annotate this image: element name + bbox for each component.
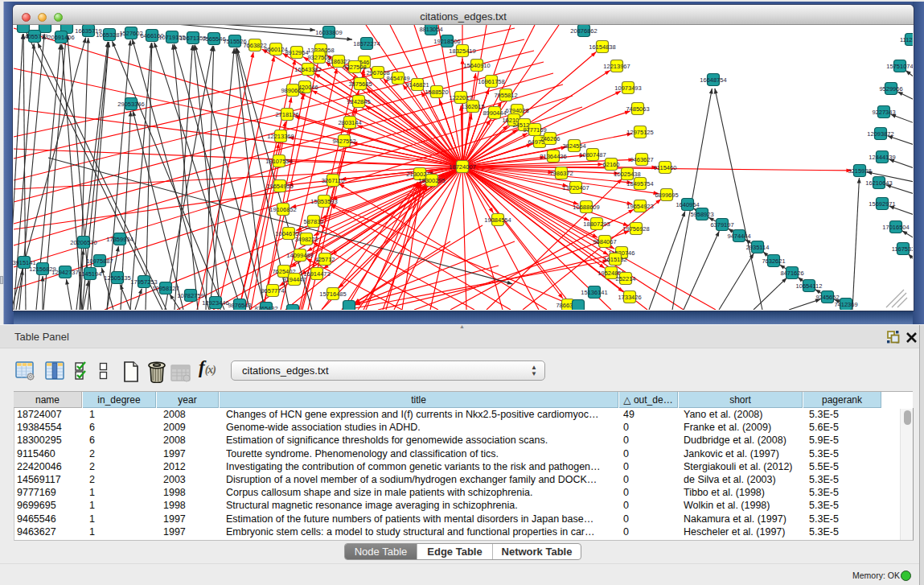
svg-text:16648754: 16648754 — [700, 76, 726, 84]
svg-text:8912954: 8912954 — [285, 49, 308, 56]
svg-text:15353593: 15353593 — [310, 198, 337, 205]
svg-text:12444139: 12444139 — [869, 154, 895, 161]
svg-text:19218506: 19218506 — [433, 38, 460, 45]
svg-text:12923446: 12923446 — [202, 299, 228, 307]
svg-text:9146821: 9146821 — [405, 81, 429, 89]
svg-text:1145194: 1145194 — [79, 270, 102, 278]
svg-text:12942737: 12942737 — [51, 269, 78, 276]
svg-text:5958923: 5958923 — [690, 211, 713, 218]
svg-text:16033809: 16033809 — [315, 29, 342, 36]
svg-text:6899695: 6899695 — [655, 192, 678, 199]
svg-text:7565546: 7565546 — [202, 35, 225, 43]
svg-text:16914473: 16914473 — [303, 270, 330, 278]
svg-text:7955812: 7955812 — [494, 92, 517, 99]
svg-text:18724007: 18724007 — [449, 163, 475, 171]
svg-text:17359934: 17359934 — [106, 236, 133, 243]
svg-text:9245652: 9245652 — [815, 294, 839, 301]
svg-text:18807293: 18807293 — [583, 220, 610, 228]
svg-text:3824554: 3824554 — [562, 142, 585, 150]
svg-text:3498222: 3498222 — [294, 236, 318, 243]
svg-text:9777169: 9777169 — [523, 126, 546, 134]
svg-text:9876543: 9876543 — [228, 302, 251, 309]
svg-text:20691406: 20691406 — [47, 34, 74, 41]
svg-text:7412369: 7412369 — [834, 301, 857, 308]
svg-text:1167533: 1167533 — [892, 245, 913, 253]
svg-text:1588520: 1588520 — [425, 89, 448, 96]
svg-text:10958127: 10958127 — [152, 285, 179, 292]
svg-text:587832: 587832 — [303, 218, 323, 225]
svg-text:12213967: 12213967 — [603, 63, 630, 70]
svg-text:19106852: 19106852 — [269, 206, 296, 213]
svg-text:20876862: 20876862 — [570, 27, 597, 35]
svg-text:1615132: 1615132 — [603, 256, 626, 263]
svg-text:9242845: 9242845 — [347, 98, 370, 105]
svg-text:18300295: 18300295 — [418, 177, 445, 184]
svg-text:2803144: 2803144 — [338, 119, 361, 126]
svg-text:7632621: 7632621 — [762, 257, 785, 265]
svg-text:3267110: 3267110 — [322, 177, 345, 184]
svg-text:9890662: 9890662 — [281, 87, 304, 94]
svg-text:16154838: 16154838 — [589, 43, 615, 51]
svg-text:7485063: 7485063 — [626, 105, 649, 113]
svg-text:8471626: 8471626 — [780, 270, 803, 277]
svg-text:10973493: 10973493 — [614, 84, 641, 92]
svg-text:12093872: 12093872 — [867, 130, 893, 138]
svg-text:9227343: 9227343 — [872, 109, 895, 116]
svg-text:16543382: 16543382 — [294, 66, 321, 73]
svg-text:6794028: 6794028 — [505, 107, 528, 114]
svg-text:7663822: 7663822 — [243, 42, 266, 49]
svg-text:21364436: 21364436 — [540, 153, 566, 160]
svg-text:10782759: 10782759 — [177, 292, 203, 299]
svg-text:18495754: 18495754 — [626, 180, 653, 187]
svg-text:2718126: 2718126 — [275, 111, 298, 118]
svg-text:18325419: 18325419 — [449, 47, 475, 55]
svg-text:14099489: 14099489 — [286, 252, 313, 259]
svg-text:9194447: 9194447 — [282, 276, 306, 283]
svg-text:15716485: 15716485 — [319, 290, 346, 298]
svg-text:9657774: 9657774 — [261, 287, 284, 295]
svg-text:29053346: 29053346 — [117, 101, 144, 108]
svg-text:1112345: 1112345 — [900, 36, 913, 43]
svg-text:16210643: 16210643 — [865, 179, 892, 187]
svg-text:3215938: 3215938 — [848, 167, 871, 175]
svg-text:9427552: 9427552 — [332, 138, 355, 145]
svg-text:425712: 425712 — [314, 256, 335, 263]
svg-text:9684067: 9684067 — [593, 238, 616, 245]
svg-text:20206570: 20206570 — [70, 239, 97, 246]
svg-text:19654923: 19654923 — [626, 203, 653, 210]
svg-text:3875685: 3875685 — [348, 80, 372, 88]
svg-text:10025438: 10025438 — [614, 171, 640, 178]
svg-text:18107554: 18107554 — [265, 158, 292, 165]
svg-text:252214: 252214 — [615, 275, 635, 282]
svg-text:6379197: 6379197 — [710, 221, 733, 229]
svg-text:8990444: 8990444 — [483, 109, 506, 117]
svg-text:12505135: 12505135 — [104, 274, 130, 282]
svg-text:19654955: 19654955 — [266, 183, 293, 190]
svg-text:12213369: 12213369 — [267, 133, 294, 140]
svg-text:19384554: 19384554 — [484, 216, 511, 224]
svg-text:1362615: 1362615 — [461, 103, 484, 110]
svg-text:9660124: 9660124 — [264, 46, 287, 53]
svg-text:7986372: 7986372 — [549, 170, 573, 177]
svg-text:18572274: 18572274 — [353, 40, 380, 47]
svg-text:8765432: 8765432 — [254, 305, 277, 310]
svg-text:746266: 746266 — [540, 135, 560, 142]
svg-text:9115460: 9115460 — [654, 164, 677, 171]
svg-text:1527602: 1527602 — [119, 30, 142, 37]
svg-text:1733426: 1733426 — [618, 294, 641, 301]
svg-text:9474444: 9474444 — [727, 233, 750, 240]
svg-text:10688609: 10688609 — [573, 204, 599, 211]
svg-text:15751074: 15751074 — [886, 63, 913, 70]
svg-text:2935114: 2935114 — [746, 244, 770, 251]
svg-text:15692971: 15692971 — [869, 200, 895, 208]
svg-text:15136141: 15136141 — [581, 289, 607, 296]
svg-text:10807487: 10807487 — [579, 151, 606, 159]
svg-text:17016504: 17016504 — [882, 224, 909, 231]
svg-text:9463627: 9463627 — [630, 156, 653, 163]
svg-text:1640954: 1640954 — [676, 201, 699, 208]
svg-text:13720407: 13720407 — [562, 184, 589, 192]
svg-text:15640910: 15640910 — [463, 62, 490, 69]
svg-text:8813054: 8813054 — [419, 26, 442, 33]
svg-text:9327508: 9327508 — [343, 64, 366, 71]
svg-text:10654112: 10654112 — [796, 282, 823, 290]
